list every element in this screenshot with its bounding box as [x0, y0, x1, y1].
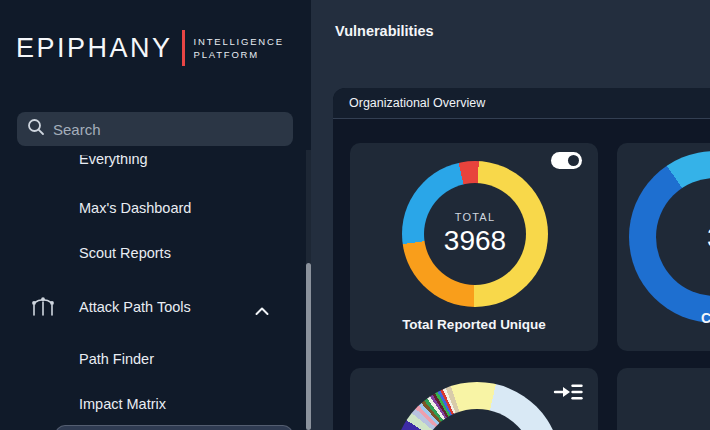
card-total-reported-unique: TOTAL 3968 Total Reported Unique — [350, 143, 598, 351]
chevron-up-icon[interactable] — [255, 302, 269, 320]
sidebar-item-attack-path-tools[interactable]: Attack Path Tools — [79, 299, 191, 315]
brand-name: EPIPHANY — [16, 33, 173, 64]
card-label-partial: C — [701, 310, 710, 326]
card-toggle[interactable] — [551, 152, 582, 169]
donut-center-label: TOTAL — [455, 211, 495, 223]
card-multi-segment — [350, 368, 598, 430]
sidebar-item-maxs-dashboard[interactable]: Max's Dashboard — [79, 200, 191, 216]
sidebar-item-selected[interactable] — [55, 425, 293, 430]
organizational-overview-panel: Organizational Overview TOTAL 3968 Total… — [333, 88, 710, 430]
sidebar: EPIPHANY INTELLIGENCE PLATFORM Search Ev… — [0, 0, 311, 430]
donut-center: TOTAL 3968 — [424, 183, 526, 285]
sidebar-item-scout-reports[interactable]: Scout Reports — [79, 245, 171, 261]
logo: EPIPHANY INTELLIGENCE PLATFORM — [16, 30, 284, 66]
go-to-list-icon[interactable] — [553, 382, 583, 406]
sidebar-menu: Everything Max's Dashboard Scout Reports… — [0, 155, 300, 430]
card-label: Total Reported Unique — [350, 317, 598, 332]
search-placeholder: Search — [53, 121, 101, 138]
page-title: Vulnerabilities — [335, 23, 434, 39]
card-clipped-right: 3 C — [617, 143, 710, 351]
search-input[interactable]: Search — [17, 112, 293, 146]
sidebar-item-impact-matrix[interactable]: Impact Matrix — [79, 396, 166, 412]
search-icon — [26, 117, 46, 141]
panel-header: Organizational Overview — [333, 88, 710, 119]
donut-center-value: 3968 — [444, 225, 506, 257]
toggle-knob — [568, 155, 579, 166]
sidebar-scrollbar-thumb[interactable] — [306, 263, 311, 430]
attack-path-icon — [31, 296, 55, 322]
card-clipped-corner — [617, 368, 710, 430]
logo-divider — [182, 30, 185, 66]
sidebar-item-path-finder[interactable]: Path Finder — [79, 351, 154, 367]
logo-subtitle: INTELLIGENCE PLATFORM — [194, 35, 284, 61]
panel-title: Organizational Overview — [349, 96, 485, 110]
sidebar-item-everything[interactable]: Everything — [79, 155, 148, 167]
